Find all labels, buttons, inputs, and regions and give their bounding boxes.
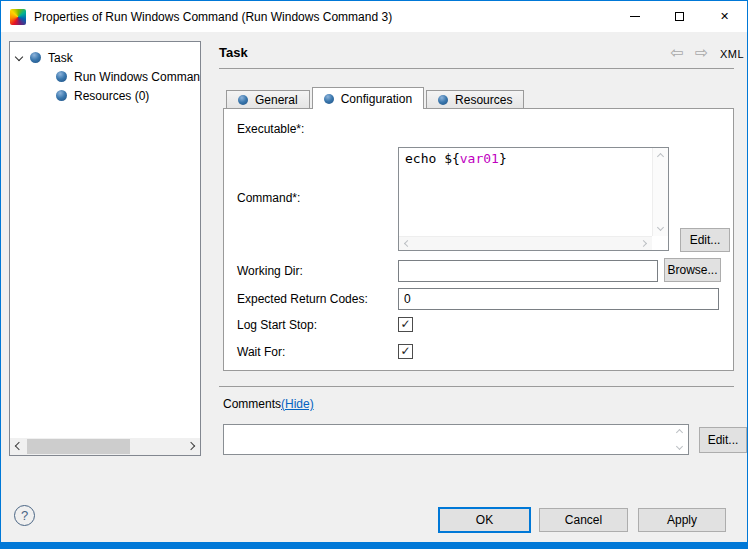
checkmark-icon: ✓ [400,345,410,357]
tab-bar: General Configuration Resources [226,87,526,109]
checkmark-icon: ✓ [400,318,410,330]
log-start-stop-checkbox[interactable]: ✓ [398,317,413,332]
cancel-button[interactable]: Cancel [539,508,628,532]
scroll-right-icon[interactable] [640,240,647,247]
scroll-up-icon[interactable] [676,429,683,436]
minimize-icon [630,16,640,17]
tab-icon [238,95,248,105]
window-title: Properties of Run Windows Command (Run W… [34,10,392,24]
node-icon [56,90,67,101]
tree-item-label: Task [48,51,73,65]
browse-button[interactable]: Browse... [664,258,721,282]
tab-label: Resources [455,93,512,107]
working-dir-label: Working Dir: [237,264,303,278]
wait-for-checkbox[interactable]: ✓ [398,344,413,359]
scroll-down-icon[interactable] [657,224,664,231]
tab-icon [324,94,334,104]
wait-for-label: Wait For: [237,345,285,359]
window-bottom-border [1,542,747,548]
scroll-right-icon[interactable] [187,442,195,450]
comments-hide-link[interactable]: (Hide) [281,397,314,411]
apply-button[interactable]: Apply [638,508,726,532]
close-button[interactable]: ✕ [702,1,747,32]
log-start-stop-label: Log Start Stop: [237,318,317,332]
panel-title: Task [219,45,248,60]
node-icon [56,71,67,82]
command-label: Command*: [237,191,300,205]
nav-back-icon[interactable]: ⇦ [670,43,683,62]
window-controls: ✕ [612,1,747,32]
tree-item-label: Run Windows Command [74,70,201,84]
scroll-left-icon[interactable] [15,442,23,450]
executable-label: Executable*: [237,122,304,136]
tab-label: Configuration [341,92,412,106]
tree-horizontal-scrollbar[interactable] [10,438,200,455]
properties-dialog: Properties of Run Windows Command (Run W… [0,0,748,549]
tree-item-task[interactable]: Task [10,48,73,67]
chevron-down-icon[interactable] [15,52,23,60]
maximize-icon [675,12,684,21]
command-variable: var01 [460,151,499,166]
node-icon [30,52,41,63]
header-separator [219,68,734,69]
nav-forward-icon[interactable]: ⇨ [695,43,708,62]
tree-item-run-windows-command[interactable]: Run Windows Command [56,67,201,86]
minimize-button[interactable] [612,1,657,32]
help-icon[interactable]: ? [14,505,35,526]
comments-textarea[interactable] [223,424,689,455]
return-codes-input[interactable] [398,288,719,310]
command-vertical-scrollbar[interactable] [652,148,668,236]
comments-edit-button[interactable]: Edit... [699,427,747,453]
scroll-down-icon[interactable] [676,443,683,450]
xml-button[interactable]: XML [720,48,744,60]
tab-general[interactable]: General [226,90,310,109]
maximize-button[interactable] [657,1,702,32]
scrollbar-thumb[interactable] [27,439,130,454]
scroll-up-icon[interactable] [657,153,664,160]
tab-icon [438,95,448,105]
command-textarea[interactable]: echo ${var01} [398,147,669,251]
comments-separator [219,386,734,387]
working-dir-input[interactable] [398,260,658,282]
command-horizontal-scrollbar[interactable] [399,236,652,250]
tab-configuration[interactable]: Configuration [312,87,424,109]
tab-resources[interactable]: Resources [426,90,524,109]
comments-label: Comments [223,397,281,411]
scroll-left-icon[interactable] [404,240,411,247]
tree-item-resources[interactable]: Resources (0) [56,86,149,105]
close-icon: ✕ [720,10,729,23]
app-logo-icon [10,9,26,25]
command-edit-button[interactable]: Edit... [680,228,730,252]
return-codes-label: Expected Return Codes: [237,292,368,306]
command-text: echo ${var01} [405,151,507,166]
tab-label: General [255,93,298,107]
tree-item-label: Resources (0) [74,89,149,103]
task-tree-panel: Task Run Windows Command Resources (0) [9,41,201,456]
titlebar: Properties of Run Windows Command (Run W… [1,1,747,32]
ok-button[interactable]: OK [438,507,531,533]
